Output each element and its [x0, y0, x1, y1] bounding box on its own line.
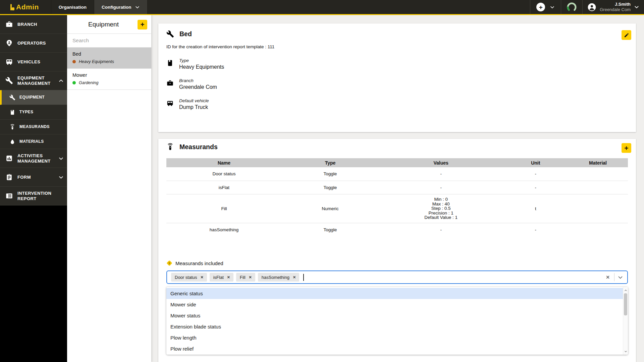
edit-equipment-button[interactable]	[622, 30, 631, 40]
user-organisation: Greendale Com	[600, 7, 631, 12]
sidebar-item-label: ACTIVITIES MANAGEMENT	[17, 153, 54, 164]
sidebar-item-equipment[interactable]: EQUIPMENT	[0, 90, 67, 105]
chip-remove-icon[interactable]: ✕	[249, 275, 252, 280]
sidebar-item-vehicles[interactable]: VEHICLES	[0, 53, 67, 71]
option-mower-side[interactable]: Mower side	[166, 299, 623, 310]
search-input[interactable]	[67, 38, 151, 44]
cell-name: hasSomething	[166, 223, 282, 236]
option-generic-status[interactable]: Generic status	[166, 288, 623, 299]
equipment-list-item-mower[interactable]: Mower Gardening	[67, 69, 151, 90]
help-icon[interactable]: ?	[167, 260, 172, 266]
equipment-category-row: Heavy Equipments	[72, 59, 146, 64]
field-value: Dump Truck	[179, 104, 209, 110]
sidebar-item-branch[interactable]: BRANCH	[0, 15, 67, 34]
table-row[interactable]: isFlat Toggle - -	[166, 181, 628, 194]
sidebar-item-label: EQUIPMENT	[19, 95, 58, 100]
sidebar-item-label: TYPES	[19, 110, 58, 114]
table-row[interactable]: Fill Numeric Min : 0 Max : 40 Step : 0.5…	[166, 194, 628, 223]
measurands-table: Name Type Values Unit Material Door stat…	[166, 158, 628, 236]
chip-remove-icon[interactable]: ✕	[227, 275, 230, 280]
option-extension-blade-status[interactable]: Extension blade status	[166, 321, 623, 332]
sidebar-item-intervention-report[interactable]: INTERVENTION REPORT	[0, 187, 67, 205]
cell-name: isFlat	[166, 181, 282, 194]
sidebar-item-measurands[interactable]: MEASURANDS	[0, 120, 67, 134]
user-name: J.Smith	[600, 2, 631, 7]
card-title: Measurands	[179, 143, 218, 151]
sensor-icon	[9, 124, 15, 130]
tab-configuration[interactable]: Configuration	[94, 0, 147, 14]
plus-icon: +	[141, 21, 145, 28]
sidebar-item-form[interactable]: FORM	[0, 168, 67, 187]
app-logo-text: Admin	[16, 3, 39, 11]
sidebar-item-label: MEASURANDS	[19, 124, 58, 129]
scroll-down-icon[interactable]	[623, 349, 628, 354]
column-header-values: Values	[379, 158, 503, 167]
chip-remove-icon[interactable]: ✕	[200, 275, 203, 280]
field-text: Default vehicle Dump Truck	[179, 98, 209, 110]
add-equipment-button[interactable]: +	[138, 20, 147, 29]
cell-type: Toggle	[282, 167, 379, 181]
cell-values: -	[379, 167, 503, 181]
scroll-up-icon[interactable]	[623, 288, 628, 293]
main-content: Bed ID for the creation of intervention …	[151, 15, 644, 362]
table-header: Name Type Values Unit Material	[166, 158, 628, 167]
sidebar-item-equipment-management[interactable]: EQUIPMENT MANAGEMENT	[0, 71, 67, 90]
gauge-indicator[interactable]	[561, 0, 582, 14]
column-header-material: Material	[568, 158, 628, 167]
dropdown-scrollbar[interactable]	[623, 287, 628, 355]
option-plow-length[interactable]: Plow length	[166, 332, 623, 343]
cell-unit: -	[503, 167, 568, 181]
clipboard-icon	[5, 173, 13, 181]
divider	[614, 273, 614, 281]
bar-chart-icon	[5, 155, 13, 162]
equipment-category: Heavy Equipments	[79, 59, 114, 64]
tab-organisation[interactable]: Organisation	[51, 0, 94, 14]
equipment-name: Bed	[72, 51, 146, 57]
chip-remove-icon[interactable]: ✕	[293, 275, 296, 280]
person-pin-icon	[5, 39, 13, 47]
detail-fields: Type Heavy Equipments Branch Greendale C…	[158, 49, 636, 110]
chevron-up-icon	[58, 78, 64, 83]
bus-icon	[166, 100, 174, 107]
option-mower-status[interactable]: Mower status	[166, 310, 623, 321]
chevron-down-icon	[58, 156, 64, 161]
app-logo[interactable]: Admin	[0, 0, 48, 14]
sidebar-item-materials[interactable]: MATERIALS	[0, 134, 67, 149]
cell-values: -	[379, 223, 503, 236]
chip-fill[interactable]: Fill ✕	[236, 273, 255, 282]
chip-label: isFlat	[213, 275, 224, 280]
equipment-list-item-bed[interactable]: Bed Heavy Equipments	[67, 48, 151, 69]
chip-door-status[interactable]: Door status ✕	[171, 273, 207, 282]
cell-material	[568, 167, 628, 181]
user-menu[interactable]: J.Smith Greendale Com	[583, 0, 644, 14]
report-icon	[5, 192, 13, 200]
table-row[interactable]: hasSomething Toggle - -	[166, 223, 628, 236]
avatar	[587, 3, 596, 12]
measurands-multiselect[interactable]: Door status ✕ isFlat ✕ Fill ✕ hasSomethi…	[166, 270, 628, 284]
chevron-down-icon	[135, 5, 140, 10]
scrollbar-thumb[interactable]	[624, 293, 627, 315]
field-text: Type Heavy Equipments	[179, 58, 224, 70]
sidebar-item-activities-management[interactable]: ACTIVITIES MANAGEMENT	[0, 149, 67, 168]
sidebar-item-label: INTERVENTION REPORT	[17, 191, 56, 201]
sidebar-item-label: OPERATORS	[17, 41, 56, 46]
quick-add-button[interactable]: +	[536, 3, 545, 11]
add-measurand-button[interactable]: +	[622, 143, 631, 153]
table-row[interactable]: Door status Toggle - -	[166, 167, 628, 181]
clear-all-icon[interactable]: ✕	[604, 275, 611, 280]
column-header-type: Type	[282, 158, 379, 167]
card-header: Bed	[158, 23, 636, 38]
chevron-down-icon[interactable]	[618, 275, 623, 280]
sidebar-item-label: BRANCH	[17, 22, 56, 27]
bus-icon	[5, 58, 13, 66]
chip-isflat[interactable]: isFlat ✕	[210, 273, 233, 282]
chip-hassomething[interactable]: hasSomething ✕	[258, 273, 299, 282]
option-plow-relief[interactable]: Plow relief	[166, 343, 623, 354]
book-icon	[166, 59, 174, 67]
multiselect-controls: ✕	[604, 273, 623, 281]
quick-add-chevron-down-icon[interactable]	[550, 5, 555, 10]
sidebar-item-operators[interactable]: OPERATORS	[0, 34, 67, 53]
cell-values: Min : 0 Max : 40 Step : 0.5 Precision : …	[379, 194, 503, 223]
template-id-line: ID for the creation of intervention repo…	[158, 38, 636, 49]
sidebar-item-types[interactable]: TYPES	[0, 105, 67, 120]
